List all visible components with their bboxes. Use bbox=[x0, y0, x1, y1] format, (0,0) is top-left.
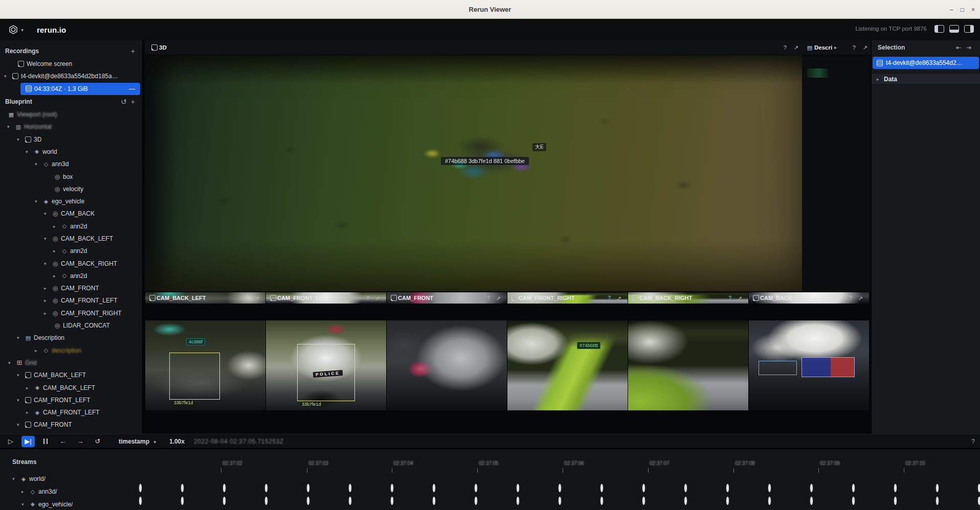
caret-icon[interactable]: ▾ bbox=[4, 74, 11, 79]
camera-image[interactable] bbox=[748, 320, 869, 410]
expand-icon[interactable]: ↗ bbox=[372, 295, 383, 301]
help-icon[interactable]: ? bbox=[242, 295, 252, 301]
caret-icon[interactable]: ▾ bbox=[17, 422, 24, 427]
help-icon[interactable]: ? bbox=[780, 44, 790, 51]
stream-tree-item[interactable]: ▾ ego_vehicle/ bbox=[5, 498, 143, 510]
help-icon[interactable]: ? bbox=[846, 295, 855, 301]
camera-view-tab[interactable]: CAM_BACK ? ↗ bbox=[748, 292, 869, 304]
blueprint-tree-item[interactable]: ▾ Description bbox=[0, 332, 142, 344]
expand-icon[interactable]: ↗ bbox=[614, 295, 625, 301]
caret-icon[interactable]: ▾ bbox=[44, 211, 51, 216]
help-icon[interactable]: ? bbox=[484, 295, 493, 301]
expand-icon[interactable]: ↗ bbox=[734, 295, 745, 301]
expand-icon[interactable]: ↗ bbox=[252, 295, 262, 301]
blueprint-tree-item[interactable]: ▾ CAM_FRONT_LEFT bbox=[0, 394, 142, 406]
loop-button[interactable]: ↺ bbox=[91, 436, 104, 447]
recording-item[interactable]: ▾ t4-devkit@de8633a554d2bd185a… bbox=[0, 70, 142, 82]
camera-image[interactable]: #74b68B bbox=[507, 320, 628, 410]
help-icon[interactable]: ? bbox=[725, 295, 734, 301]
data-section-header[interactable]: ▸ Data bbox=[872, 73, 980, 85]
blueprint-tree-item[interactable]: ▾ CAM_BACK bbox=[0, 207, 142, 220]
toggle-left-panel-icon[interactable] bbox=[934, 25, 944, 33]
step-forward-button[interactable]: → bbox=[74, 436, 87, 447]
step-back-button[interactable]: ← bbox=[56, 436, 70, 447]
follow-button[interactable]: ▶| bbox=[21, 436, 35, 447]
blueprint-tree-item[interactable]: ▸ ann2d bbox=[0, 245, 142, 257]
selected-recording-item[interactable]: t4-devkit@de8633a554d2… bbox=[873, 57, 979, 69]
maximize-icon[interactable]: □ bbox=[961, 6, 964, 13]
add-recording-button[interactable]: + bbox=[129, 47, 137, 55]
collapse-all-icon[interactable]: ⇤ bbox=[953, 44, 964, 51]
camera-image[interactable] bbox=[386, 320, 507, 410]
expand-icon[interactable]: ↗ bbox=[855, 295, 866, 301]
blueprint-tree-item[interactable]: ▾ CAM_BACK_LEFT bbox=[0, 369, 142, 381]
caret-icon[interactable]: ▸ bbox=[44, 298, 51, 303]
description-panel-body[interactable] bbox=[802, 55, 871, 291]
camera-view-tab[interactable]: CAM_BACK_RIGHT ? ↗ bbox=[628, 292, 748, 304]
camera-view-tab[interactable]: CAM_FRONT ? ↗ bbox=[386, 292, 507, 304]
camera-view-tab[interactable]: CAM_FRONT_RIGHT ? ↗ bbox=[507, 292, 628, 304]
blueprint-tree-item[interactable]: ▸ CAM_FRONT_LEFT bbox=[0, 294, 142, 307]
close-icon[interactable]: × bbox=[971, 6, 975, 13]
blueprint-tree-item[interactable]: ▾ Grid bbox=[0, 357, 142, 369]
caret-icon[interactable]: ▾ bbox=[44, 236, 51, 241]
camera-image[interactable]: 33b7fe1d POLICE bbox=[265, 320, 386, 410]
minimize-icon[interactable]: – bbox=[950, 6, 953, 13]
blueprint-tree-item[interactable]: ▸ CAM_FRONT bbox=[0, 282, 142, 294]
recording-item[interactable]: Welcome screen bbox=[0, 58, 142, 70]
stream-tree-item[interactable]: ▾ world/ bbox=[5, 473, 143, 485]
caret-icon[interactable]: ▸ bbox=[44, 286, 51, 291]
toggle-right-panel-icon[interactable] bbox=[964, 25, 974, 33]
expand-icon[interactable]: ↗ bbox=[493, 295, 504, 301]
blueprint-tree-item[interactable]: ▸ CAM_FRONT_LEFT bbox=[0, 406, 142, 419]
blueprint-tree-item[interactable]: box bbox=[0, 170, 142, 182]
caret-icon[interactable]: ▾ bbox=[8, 360, 15, 365]
caret-icon[interactable]: ▾ bbox=[17, 137, 24, 142]
recording-item[interactable]: 04:33:04Z · 1.3 GiB — bbox=[20, 83, 140, 95]
playback-speed[interactable]: 1.00x bbox=[169, 438, 185, 445]
blueprint-tree-item[interactable]: ▸ ann2d bbox=[0, 220, 142, 233]
toggle-bottom-panel-icon[interactable] bbox=[949, 25, 959, 33]
caret-icon[interactable]: ▾ bbox=[17, 335, 24, 340]
camera-image[interactable]: 4c388f 33b7fe1d bbox=[145, 320, 265, 410]
help-icon[interactable]: ? bbox=[605, 295, 614, 301]
blueprint-tree-item[interactable]: ▸ description bbox=[0, 344, 142, 357]
expand-icon[interactable]: ↗ bbox=[790, 44, 802, 51]
caret-icon[interactable]: ▾ bbox=[26, 149, 33, 154]
streams-panel[interactable]: Streams ▾ world/ ▸ ann3d/ ▾ ego_vehicle/… bbox=[0, 449, 980, 510]
blueprint-tree-item[interactable]: ▸ CAM_BACK_LEFT bbox=[0, 381, 142, 393]
add-view-button[interactable]: + bbox=[129, 98, 137, 106]
blueprint-tree-item[interactable]: ▾ CAM_BACK_RIGHT bbox=[0, 257, 142, 269]
caret-icon[interactable]: ▸ bbox=[35, 348, 42, 353]
caret-icon[interactable]: ▾ bbox=[44, 261, 51, 266]
reset-blueprint-icon[interactable]: ↺ bbox=[119, 98, 129, 106]
blueprint-tree-item[interactable]: ▸ CAM_FRONT_RIGHT bbox=[0, 307, 142, 319]
blueprint-tree-item[interactable]: ▸ ann2d bbox=[0, 270, 142, 282]
play-button[interactable]: ▷ bbox=[4, 436, 17, 447]
help-icon[interactable]: ? bbox=[971, 438, 975, 445]
blueprint-tree-item[interactable]: Viewport (root) bbox=[0, 108, 142, 121]
caret-icon[interactable]: ▾ bbox=[35, 161, 42, 167]
caret-icon[interactable]: ▾ bbox=[12, 476, 19, 481]
camera-image[interactable] bbox=[628, 320, 748, 410]
help-icon[interactable]: ? bbox=[363, 295, 372, 301]
blueprint-tree-item[interactable]: ▾ world bbox=[0, 146, 142, 158]
rerun-logo-menu[interactable]: ▾ bbox=[8, 25, 24, 35]
caret-icon[interactable]: ▸ bbox=[53, 248, 60, 253]
caret-icon[interactable]: ▾ bbox=[7, 124, 14, 129]
blueprint-tree-item[interactable]: ▾ CAM_BACK_LEFT bbox=[0, 233, 142, 245]
help-icon[interactable]: ? bbox=[849, 44, 859, 51]
caret-icon[interactable]: ▸ bbox=[26, 410, 33, 415]
3d-view-tab[interactable]: 3D ? ↗ bbox=[145, 40, 802, 55]
blueprint-tree-item[interactable]: velocity bbox=[0, 183, 142, 195]
blueprint-tree-item[interactable]: ▾ ego_vehicle bbox=[0, 195, 142, 207]
expand-all-icon[interactable]: ⇥ bbox=[964, 44, 974, 51]
3d-viewport[interactable]: 大E #74b688 3db7fe1d 881 0befbbe bbox=[145, 55, 802, 291]
caret-icon[interactable]: ▸ bbox=[44, 311, 51, 316]
blueprint-tree-item[interactable]: ▾ 3D bbox=[0, 133, 142, 145]
caret-icon[interactable]: ▸ bbox=[21, 489, 29, 494]
camera-view-tab[interactable]: CAM_FRONT_LEFT ? ↗ bbox=[265, 292, 386, 304]
camera-view-tab[interactable]: CAM_BACK_LEFT ? ↗ bbox=[145, 292, 265, 304]
blueprint-tree-item[interactable]: ▾ Horizontal bbox=[0, 121, 142, 133]
caret-icon[interactable]: ▾ bbox=[21, 502, 29, 507]
